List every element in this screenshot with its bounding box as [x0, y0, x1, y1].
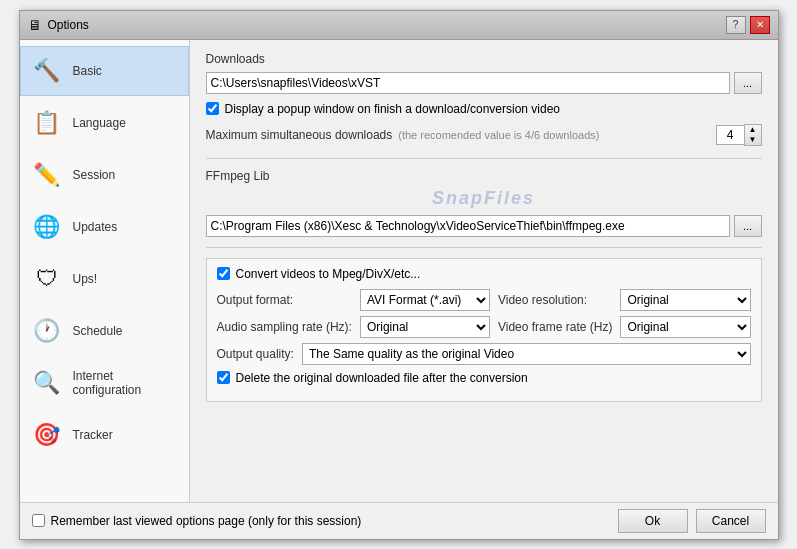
ffmpeg-section-label: FFmpeg Lib [206, 169, 762, 183]
section-divider-1 [206, 158, 762, 159]
ups-icon: 🛡 [29, 261, 65, 297]
sidebar-item-language[interactable]: 📋 Language [20, 98, 189, 148]
download-path-row: ... [206, 72, 762, 94]
popup-checkbox-row: Display a popup window on finish a downl… [206, 102, 762, 116]
output-quality-select[interactable]: The Same quality as the original Video H… [302, 343, 751, 365]
delete-checkbox[interactable] [217, 371, 230, 384]
title-bar: 🖥 Options ? ✕ [20, 11, 778, 40]
max-downloads-spinner: ▲ ▼ [716, 124, 762, 146]
cancel-button[interactable]: Cancel [696, 509, 766, 533]
download-browse-button[interactable]: ... [734, 72, 762, 94]
main-panel: Downloads ... Display a popup window on … [190, 40, 778, 502]
max-downloads-input[interactable] [716, 125, 744, 145]
output-format-select[interactable]: AVI Format (*.avi) MP4 Format (*.mp4) MK… [360, 289, 490, 311]
delete-checkbox-row: Delete the original downloaded file afte… [217, 371, 751, 385]
sidebar-label-updates: Updates [73, 220, 118, 234]
video-frame-label: Video frame rate (Hz) [498, 320, 613, 334]
ffmpeg-path-row: ... [206, 215, 762, 237]
max-downloads-hint: (the recomended value is 4/6 downloads) [398, 129, 599, 141]
spinner-up-button[interactable]: ▲ [745, 125, 761, 135]
schedule-icon: 🕐 [29, 313, 65, 349]
sidebar-item-basic[interactable]: 🔨 Basic [20, 46, 189, 96]
sidebar-label-session: Session [73, 168, 116, 182]
sidebar-item-internet[interactable]: 🔍 Internet configuration [20, 358, 189, 408]
sidebar-label-internet: Internet configuration [73, 369, 180, 397]
title-bar-left: 🖥 Options [28, 17, 89, 33]
sidebar-item-updates[interactable]: 🌐 Updates [20, 202, 189, 252]
tracker-icon: 🎯 [29, 417, 65, 453]
convert-form-grid: Output format: AVI Format (*.avi) MP4 Fo… [217, 289, 751, 338]
ffmpeg-section: FFmpeg Lib SnapFiles ... [206, 169, 762, 237]
sidebar: 🔨 Basic 📋 Language ✏️ Session 🌐 Updates … [20, 40, 190, 502]
language-icon: 📋 [29, 105, 65, 141]
popup-checkbox[interactable] [206, 102, 219, 115]
audio-sampling-label: Audio sampling rate (Hz): [217, 320, 352, 334]
delete-checkbox-label: Delete the original downloaded file afte… [236, 371, 528, 385]
downloads-section-label: Downloads [206, 52, 762, 66]
watermark: SnapFiles [432, 188, 535, 209]
convert-checkbox-row: Convert videos to Mpeg/DivX/etc... [217, 267, 751, 281]
help-button[interactable]: ? [726, 16, 746, 34]
output-format-label: Output format: [217, 293, 352, 307]
convert-checkbox-label: Convert videos to Mpeg/DivX/etc... [236, 267, 421, 281]
ok-button[interactable]: Ok [618, 509, 688, 533]
spinner-arrows: ▲ ▼ [744, 124, 762, 146]
remember-checkbox-row: Remember last viewed options page (only … [32, 514, 618, 528]
footer: Remember last viewed options page (only … [20, 502, 778, 539]
max-downloads-row: Maximum simultaneous downloads (the reco… [206, 124, 762, 146]
ffmpeg-browse-button[interactable]: ... [734, 215, 762, 237]
remember-checkbox[interactable] [32, 514, 45, 527]
max-downloads-label: Maximum simultaneous downloads [206, 128, 393, 142]
sidebar-label-language: Language [73, 116, 126, 130]
app-icon: 🖥 [28, 17, 42, 33]
sidebar-item-tracker[interactable]: 🎯 Tracker [20, 410, 189, 460]
watermark-area: SnapFiles [206, 189, 762, 209]
output-quality-row: Output quality: The Same quality as the … [217, 343, 751, 365]
video-frame-select[interactable]: Original 24 [620, 316, 750, 338]
popup-checkbox-label: Display a popup window on finish a downl… [225, 102, 561, 116]
content-area: 🔨 Basic 📋 Language ✏️ Session 🌐 Updates … [20, 40, 778, 502]
session-icon: ✏️ [29, 157, 65, 193]
spinner-down-button[interactable]: ▼ [745, 135, 761, 145]
footer-buttons: Ok Cancel [618, 509, 766, 533]
basic-icon: 🔨 [29, 53, 65, 89]
ffmpeg-path-input[interactable] [206, 215, 730, 237]
video-resolution-select[interactable]: Original 480p 720p [620, 289, 750, 311]
close-button[interactable]: ✕ [750, 16, 770, 34]
sidebar-item-ups[interactable]: 🛡 Ups! [20, 254, 189, 304]
options-window: 🖥 Options ? ✕ 🔨 Basic 📋 Language ✏️ Sess… [19, 10, 779, 540]
sidebar-item-schedule[interactable]: 🕐 Schedule [20, 306, 189, 356]
sidebar-item-session[interactable]: ✏️ Session [20, 150, 189, 200]
window-title: Options [48, 18, 89, 32]
internet-icon: 🔍 [29, 365, 65, 401]
output-quality-label: Output quality: [217, 347, 294, 361]
remember-label: Remember last viewed options page (only … [51, 514, 362, 528]
sidebar-label-tracker: Tracker [73, 428, 113, 442]
convert-checkbox[interactable] [217, 267, 230, 280]
section-divider-2 [206, 247, 762, 248]
video-resolution-label: Video resolution: [498, 293, 613, 307]
updates-icon: 🌐 [29, 209, 65, 245]
sidebar-label-ups: Ups! [73, 272, 98, 286]
title-bar-controls: ? ✕ [726, 16, 770, 34]
sidebar-label-schedule: Schedule [73, 324, 123, 338]
sidebar-label-basic: Basic [73, 64, 102, 78]
download-path-input[interactable] [206, 72, 730, 94]
convert-section: Convert videos to Mpeg/DivX/etc... Outpu… [206, 258, 762, 402]
audio-sampling-select[interactable]: Original 44100 [360, 316, 490, 338]
